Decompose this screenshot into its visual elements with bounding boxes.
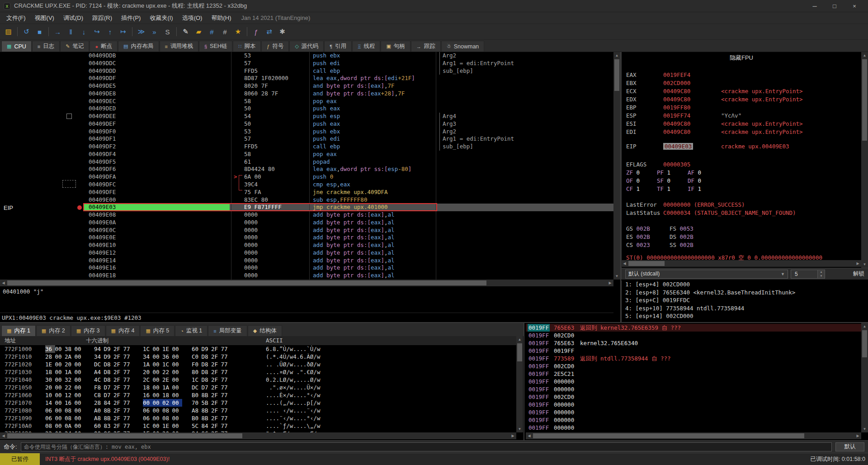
scroll-down-button[interactable] [861, 261, 868, 268]
tab-call-stack[interactable]: ≡调用堆栈 [160, 41, 198, 52]
tab-log[interactable]: ≡日志 [32, 41, 60, 52]
dock-tab-memory-2[interactable]: ▦内存 2 [36, 325, 71, 336]
dock-tab-memory-3[interactable]: ▦内存 3 [71, 325, 105, 336]
unlock-button[interactable]: 解锁 [853, 270, 864, 278]
stack-row[interactable]: 0019FF000000 [526, 408, 861, 416]
dock-tab-memory-1[interactable]: ▦内存 1 [1, 325, 36, 336]
hide-fpu-button[interactable]: 隐藏FPU [730, 54, 753, 62]
disasm-row[interactable]: 00409E100000add byte ptr ds:[eax],al [0, 242, 613, 249]
disasm-row[interactable]: 00409DFE75 FAjne crackme upx.409DFA [0, 189, 613, 196]
disasm-row[interactable]: 00409E0A0000add byte ptr ds:[eax],al [0, 219, 613, 227]
register-value[interactable]: 00000305 [663, 161, 690, 168]
menu-item[interactable]: 收藏夹(I) [145, 12, 177, 24]
stack-row[interactable]: 0019FF000000 [526, 378, 861, 385]
register-value[interactable]: 00409C80 [663, 120, 690, 127]
memory-row[interactable]: 772F1040300032004CD82F772C002E001CD82F77… [0, 376, 516, 384]
argument-row[interactable]: 3: [esp+C] 0019FFDC [622, 296, 861, 304]
register-row[interactable]: EFLAGS00000305 [622, 161, 861, 169]
command-default-button[interactable]: 默认 [835, 442, 864, 451]
scroll-up-button[interactable] [861, 323, 868, 330]
register-row[interactable]: EAX0019FEF4 [622, 71, 861, 79]
disasm-row[interactable]: 00409DDB53push ebxArg2 [0, 52, 613, 60]
disasm-row[interactable]: 00409DEC58pop eax [0, 98, 613, 105]
memory-row[interactable]: 772F109006000800A88B2F7706000800B08B2F77… [0, 414, 516, 422]
stack-row[interactable]: 0019FF765E63kernel32.765E6340 [526, 339, 861, 347]
menu-item[interactable]: 文件(F) [2, 12, 30, 24]
memory-row[interactable]: 772F103018001A00A4D82F772000220080D82F77… [0, 368, 516, 376]
scroll-down-button[interactable] [861, 426, 868, 432]
stack-row[interactable]: 0019FF002CD0 [526, 332, 861, 339]
pane-splitter[interactable] [620, 52, 621, 323]
run-button[interactable]: → [52, 26, 64, 38]
segment-register-row[interactable]: CS 0023SS 002B [622, 241, 861, 249]
disasm-row[interactable]: 00409DF68D4424 80lea eax,dword ptr ss:[e… [0, 166, 613, 173]
minimize-button[interactable]: ─ [805, 0, 825, 12]
registers-vertical-scrollbar[interactable] [861, 52, 868, 268]
menu-item[interactable]: 插件(P) [117, 12, 145, 24]
arg-count-spinner[interactable]: 5 ▲▼ [791, 270, 825, 279]
tab-notes[interactable]: ✎笔记 [60, 41, 89, 52]
bookmark-button[interactable]: ★ [232, 26, 244, 38]
scroll-up-button[interactable] [613, 52, 620, 59]
command-input[interactable] [21, 442, 832, 451]
scroll-left-button[interactable] [526, 432, 533, 439]
stack-row[interactable]: 0019FF765E63返回到 kernel32.765E6359 自 ??? [526, 324, 861, 332]
pane-splitter[interactable] [524, 323, 524, 440]
flags-row[interactable]: OF 0SF 0DF 0 [622, 177, 861, 185]
register-value[interactable]: 0019FEF4 [663, 71, 690, 78]
scroll-up-button[interactable] [516, 336, 523, 343]
scrollbar-thumb[interactable] [7, 280, 486, 285]
register-row[interactable]: LastError00000000 (ERROR_SUCCESS) [622, 201, 861, 209]
memory-row[interactable]: 772F10701400160028842F7700000200705B2F77… [0, 399, 516, 407]
comment-button[interactable]: # [206, 26, 218, 38]
step-out-button[interactable]: ↑ [104, 26, 116, 38]
scrollbar-thumb[interactable] [7, 433, 242, 438]
animate-button[interactable]: » [148, 26, 160, 38]
disasm-row[interactable]: 00409E0E0000add byte ptr ds:[eax],al [0, 234, 613, 242]
register-value[interactable]: 00409C80 [663, 88, 690, 95]
disasm-row[interactable]: 00409DED50push eax [0, 105, 613, 113]
disasm-row[interactable]: 00409DF157push ediArg1 = edi:EntryPoint [0, 135, 613, 143]
register-value[interactable]: 002CD000 [663, 80, 690, 86]
memory-row[interactable]: 772F108006000800A08B2F7706000800A88B2F77… [0, 407, 516, 414]
disasm-row[interactable]: 00409E03E9 F871FFFFjmp crackme upx.40100… [0, 204, 613, 211]
disasm-row[interactable]: 00409E120000add byte ptr ds:[eax],al [0, 249, 613, 257]
disasm-row[interactable]: 00409DDDFFD5call ebpsub_[ebp] [0, 67, 613, 75]
register-value[interactable]: C0000034 (STATUS_OBJECT_NAME_NOT_FOUND) [663, 209, 796, 216]
menu-item[interactable]: 帮助(H) [207, 12, 236, 24]
spinner-up-button[interactable]: ▲ [817, 270, 825, 274]
scroll-right-button[interactable] [854, 260, 861, 267]
register-row[interactable]: LastStatusC0000034 (STATUS_OBJECT_NAME_N… [622, 209, 861, 217]
stack-row[interactable]: 0019FF000000 [526, 424, 861, 432]
tab-handles[interactable]: ▣句柄 [381, 41, 410, 52]
disasm-row[interactable]: 00409E0C0000add byte ptr ds:[eax],al [0, 227, 613, 234]
scroll-right-button[interactable] [854, 432, 861, 439]
stack-row[interactable]: 0019FF773589返回到 ntdll.77358944 自 ??? [526, 355, 861, 362]
disasm-row[interactable]: 00409DDC57push ediArg1 = edi:EntryPoint [0, 60, 613, 67]
scrollbar-thumb[interactable] [533, 433, 804, 438]
register-row[interactable]: EBP0019FF80 [622, 104, 861, 112]
label-button[interactable]: # [219, 26, 231, 38]
register-row[interactable]: EBX002CD000 [622, 79, 861, 87]
segment-register-row[interactable]: ES 002BDS 002B [622, 233, 861, 241]
stop-button[interactable]: ■ [33, 26, 46, 38]
scroll-left-button[interactable] [621, 260, 628, 267]
breakpoint-dot[interactable] [77, 205, 82, 210]
trace-into-button[interactable]: S [161, 26, 174, 38]
disasm-row[interactable]: 00409DF561popad [0, 158, 613, 166]
tab-snowman[interactable]: ☃Snowman [441, 41, 484, 52]
memory-row[interactable]: 772F106010001200C8D72F7716001800B08B2F77… [0, 391, 516, 399]
step-into-button[interactable]: ↓ [78, 26, 90, 38]
restart-button[interactable]: ↺ [20, 26, 33, 38]
flags-row[interactable]: ZF 0PF 1AF 0 [622, 169, 861, 177]
register-row[interactable]: EIP00409E03crackme upx.00409E03 [622, 142, 861, 151]
stack-view[interactable]: 0019FF765E63返回到 kernel32.765E6359 自 ???0… [526, 324, 861, 432]
register-value[interactable]: 00409E03 [663, 143, 693, 150]
step-over-button[interactable]: ↪ [91, 26, 103, 38]
tab-source[interactable]: ◇源代码 [289, 41, 324, 52]
stack-row[interactable]: 0019FF002CD0 [526, 393, 861, 401]
disasm-row[interactable]: 00409DF2FFD5call ebpsub_[ebp] [0, 143, 613, 151]
dock-tab-struct[interactable]: ◆结构体 [248, 325, 282, 336]
argument-row[interactable]: 4: [esp+10] 77358944 ntdll.77358944 [622, 304, 861, 313]
dock-tab-memory-5[interactable]: ▦内存 5 [140, 325, 175, 336]
